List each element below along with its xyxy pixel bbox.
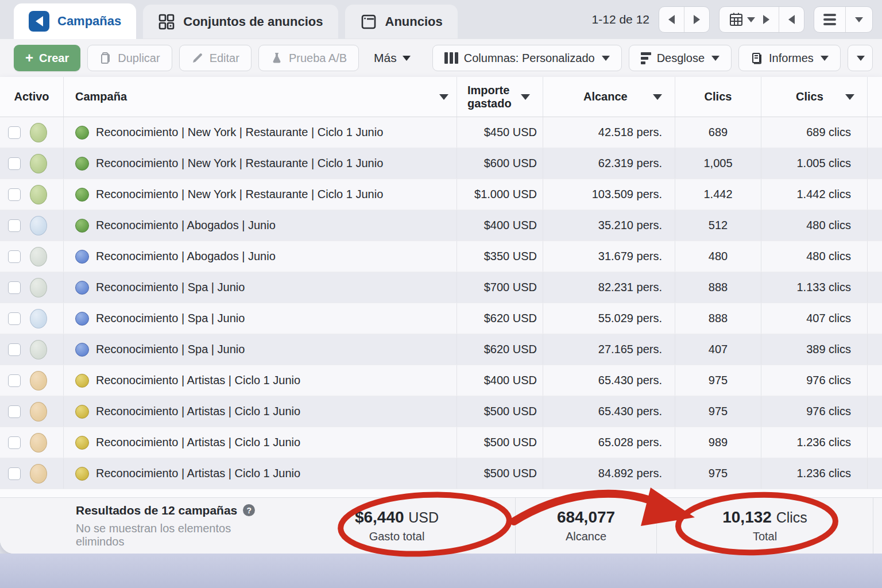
- campaign-name[interactable]: Reconocimiento | Abogados | Junio: [96, 250, 276, 263]
- page-next-button[interactable]: [684, 7, 709, 32]
- table-row[interactable]: Reconocimiento | New York | Restaurante …: [0, 148, 882, 179]
- clicks2-value: 389 clics: [761, 334, 867, 365]
- sort-icon[interactable]: [521, 94, 530, 100]
- clicks-value: 480: [675, 241, 761, 272]
- reach-value: 35.210 pers.: [543, 210, 675, 241]
- table-row[interactable]: Reconocimiento | Artistas | Ciclo 1 Juni…: [0, 365, 882, 396]
- active-toggle[interactable]: [30, 154, 47, 173]
- header-clicks2[interactable]: Clics: [761, 77, 867, 117]
- active-toggle[interactable]: [30, 464, 47, 483]
- tab-adsets-label: Conjuntos de anuncios: [183, 14, 323, 29]
- campaign-name[interactable]: Reconocimiento | Spa | Junio: [96, 343, 245, 356]
- table-row[interactable]: Reconocimiento | Spa | Junio $620 USD 27…: [0, 334, 882, 365]
- reach-value: 31.679 pers.: [543, 241, 675, 272]
- sort-icon[interactable]: [653, 94, 662, 100]
- columns-button[interactable]: Columnas: Personalizado: [432, 45, 622, 71]
- reports-icon: [751, 52, 763, 64]
- table-row[interactable]: Reconocimiento | Abogados | Junio $350 U…: [0, 241, 882, 272]
- spend-value: $600 USD: [457, 148, 543, 179]
- row-checkbox[interactable]: [8, 467, 21, 480]
- active-toggle[interactable]: [30, 123, 47, 142]
- tab-adsets[interactable]: Conjuntos de anuncios: [143, 5, 338, 39]
- active-toggle[interactable]: [30, 371, 47, 390]
- active-toggle[interactable]: [30, 340, 47, 359]
- menu-dropdown-button[interactable]: [845, 7, 872, 32]
- table-row[interactable]: Reconocimiento | New York | Restaurante …: [0, 179, 882, 210]
- row-checkbox[interactable]: [8, 312, 21, 325]
- footer-note: No se muestran los elementos elimindos: [76, 522, 278, 548]
- row-checkbox[interactable]: [8, 281, 21, 294]
- header-active[interactable]: Activo: [0, 77, 63, 117]
- row-checkbox[interactable]: [8, 436, 21, 449]
- active-toggle[interactable]: [30, 185, 47, 204]
- toolbar-overflow-button[interactable]: [848, 45, 873, 71]
- reports-button[interactable]: Informes: [738, 45, 841, 71]
- campaign-name[interactable]: Reconocimiento | Artistas | Ciclo 1 Juni…: [96, 436, 300, 449]
- active-toggle[interactable]: [30, 247, 47, 266]
- row-checkbox[interactable]: [8, 405, 21, 418]
- table-row[interactable]: Reconocimiento | Spa | Junio $700 USD 82…: [0, 272, 882, 303]
- status-dot: [75, 219, 89, 233]
- campaign-name[interactable]: Reconocimiento | Artistas | Ciclo 1 Juni…: [96, 405, 300, 418]
- row-checkbox[interactable]: [8, 157, 21, 170]
- clicks-value: 975: [675, 458, 761, 489]
- date-view-button[interactable]: [719, 7, 779, 32]
- header-spend[interactable]: Importe gastado: [457, 77, 543, 117]
- campaign-name[interactable]: Reconocimiento | Artistas | Ciclo 1 Juni…: [96, 374, 300, 387]
- create-button[interactable]: + Crear: [14, 45, 80, 71]
- sort-icon[interactable]: [439, 94, 448, 100]
- header-reach[interactable]: Alcance: [543, 77, 675, 117]
- clicks2-value: 1.133 clics: [761, 272, 867, 303]
- chevron-down-icon: [711, 56, 719, 61]
- table-row[interactable]: Reconocimiento | Artistas | Ciclo 1 Juni…: [0, 427, 882, 458]
- info-icon[interactable]: ?: [243, 504, 255, 516]
- more-button[interactable]: Más: [374, 51, 411, 65]
- row-checkbox[interactable]: [8, 126, 21, 139]
- row-checkbox[interactable]: [8, 250, 21, 263]
- header-clicks[interactable]: Clics: [675, 77, 761, 117]
- sort-icon[interactable]: [845, 94, 854, 100]
- active-toggle[interactable]: [30, 433, 47, 452]
- duplicate-button[interactable]: Duplicar: [87, 45, 172, 71]
- collapse-left-button[interactable]: [779, 7, 804, 32]
- campaign-name[interactable]: Reconocimiento | New York | Restaurante …: [96, 157, 383, 170]
- list-menu-button[interactable]: [814, 7, 845, 32]
- reach-value: 65.430 pers.: [543, 396, 675, 427]
- breakdown-button[interactable]: Desglose: [629, 45, 732, 71]
- campaign-name[interactable]: Reconocimiento | Spa | Junio: [96, 312, 245, 325]
- ab-test-button[interactable]: Prueba A/B: [258, 45, 359, 71]
- table-row[interactable]: Reconocimiento | Abogados | Junio $400 U…: [0, 210, 882, 241]
- table-row[interactable]: Reconocimiento | New York | Restaurante …: [0, 117, 882, 148]
- table-row[interactable]: Reconocimiento | Spa | Junio $620 USD 55…: [0, 303, 882, 334]
- row-checkbox[interactable]: [8, 374, 21, 387]
- campaign-name[interactable]: Reconocimiento | Artistas | Ciclo 1 Juni…: [96, 467, 300, 480]
- active-toggle[interactable]: [30, 278, 47, 297]
- campaign-name[interactable]: Reconocimiento | New York | Restaurante …: [96, 188, 383, 201]
- tab-strip: Campañas Conjuntos de anuncios Anuncios …: [0, 0, 882, 39]
- reach-value: 103.509 pers.: [543, 179, 675, 210]
- active-toggle[interactable]: [30, 216, 47, 235]
- campaign-name[interactable]: Reconocimiento | New York | Restaurante …: [96, 126, 383, 139]
- row-checkbox[interactable]: [8, 188, 21, 201]
- table-header-row: Activo Campaña Importe gastado Alcance C…: [0, 77, 882, 117]
- header-campaign[interactable]: Campaña: [63, 77, 457, 117]
- row-checkbox[interactable]: [8, 219, 21, 232]
- active-toggle[interactable]: [30, 402, 47, 421]
- tab-ads[interactable]: Anuncios: [345, 5, 458, 39]
- table-row[interactable]: Reconocimiento | Artistas | Ciclo 1 Juni…: [0, 396, 882, 427]
- tab-campaigns[interactable]: Campañas: [14, 3, 136, 39]
- table-row[interactable]: Reconocimiento | Artistas | Ciclo 1 Juni…: [0, 458, 882, 489]
- spend-value: $1.000 USD: [457, 179, 543, 210]
- columns-icon: [444, 52, 458, 64]
- status-dot: [75, 343, 89, 357]
- clicks-value: 888: [675, 303, 761, 334]
- edit-button[interactable]: Editar: [179, 45, 252, 71]
- clicks2-value: 407 clics: [761, 303, 867, 334]
- campaign-name[interactable]: Reconocimiento | Spa | Junio: [96, 281, 245, 294]
- status-dot: [75, 250, 89, 264]
- active-toggle[interactable]: [30, 309, 47, 328]
- campaign-name[interactable]: Reconocimiento | Abogados | Junio: [96, 219, 276, 232]
- page-prev-button[interactable]: [659, 7, 684, 32]
- calendar-grid-icon: [729, 12, 744, 27]
- row-checkbox[interactable]: [8, 343, 21, 356]
